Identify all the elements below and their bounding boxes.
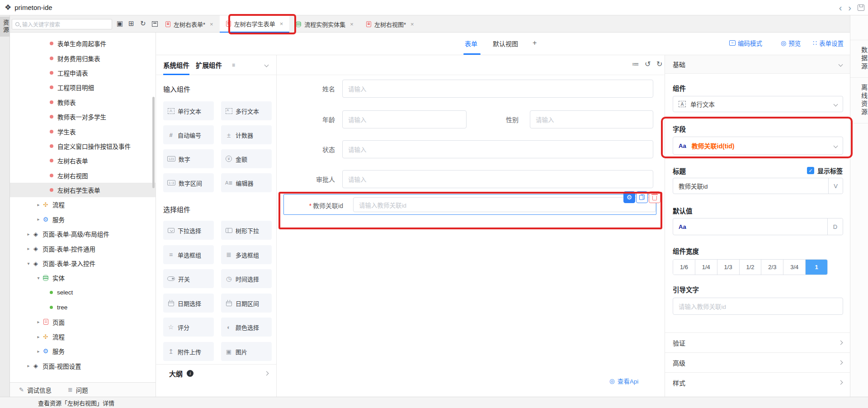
name-input[interactable]: 请输入 xyxy=(342,80,653,98)
palette-component-counter[interactable]: ±计数器 xyxy=(221,125,272,144)
resources-vertical-tab[interactable]: 资源 xyxy=(0,17,10,37)
tree-item[interactable]: 左树右表单 xyxy=(10,153,156,168)
preview-button[interactable]: ◎ 预览 xyxy=(781,38,801,47)
width-option-1[interactable]: 1 xyxy=(806,260,827,275)
collapse-window-icon[interactable] xyxy=(152,21,158,27)
field-delete-button[interactable] xyxy=(649,191,660,203)
document-tab[interactable]: 左树右学生表单× xyxy=(220,15,290,33)
tree-item[interactable]: ▸◈页面-表单-控件通用 xyxy=(10,241,156,256)
width-option-1-6[interactable]: 1/6 xyxy=(673,260,695,275)
undo-icon[interactable]: ↺ xyxy=(645,61,651,68)
tree-item[interactable]: select xyxy=(10,285,156,300)
data-source-vertical-tab[interactable]: 数据源 xyxy=(850,40,868,78)
offline-resources-vertical-tab[interactable]: 离线资源 xyxy=(850,78,868,123)
palette-component-image[interactable]: ▣图片 xyxy=(221,342,272,361)
tree-item[interactable]: 教师表 xyxy=(10,95,156,109)
tab-system-components[interactable]: 系统组件 xyxy=(163,55,189,75)
tree-item[interactable]: ▸⚙服务 xyxy=(10,344,156,358)
tree-item[interactable]: 表单生命周起事件 xyxy=(10,36,156,51)
props-section-validation[interactable]: 验证 xyxy=(665,332,850,352)
palette-component-number-range[interactable]: 1~3数字区间 xyxy=(163,173,214,192)
width-option-1-4[interactable]: 1/4 xyxy=(695,260,717,275)
palette-component-dropdown-select[interactable]: 下拉选择 xyxy=(163,221,214,240)
chevron-right-icon[interactable]: ▸ xyxy=(35,217,42,222)
close-icon[interactable]: × xyxy=(210,21,213,28)
form-settings-button[interactable]: ∷ 表单设置 xyxy=(813,38,844,47)
palette-component-single-line-text[interactable]: A单行文本 xyxy=(163,101,214,120)
age-input[interactable]: 请输入 xyxy=(342,110,467,128)
debug-info-button[interactable]: ✎调试信息 xyxy=(19,385,52,394)
title-input[interactable]: 教师关联id V xyxy=(673,178,843,194)
status-input[interactable]: 请输入 xyxy=(342,140,653,158)
chevron-down-icon[interactable]: ▾ xyxy=(25,261,32,266)
close-icon[interactable]: × xyxy=(350,21,354,28)
close-icon[interactable]: × xyxy=(280,20,283,27)
import-resource-icon[interactable]: ▣ xyxy=(117,20,123,27)
tree-item[interactable]: 左树右学生表单 xyxy=(10,183,156,197)
palette-component-number[interactable]: 123数字 xyxy=(163,149,214,168)
nav-back-icon[interactable]: ‹ xyxy=(839,3,842,12)
chevron-right-icon[interactable]: ▸ xyxy=(35,349,42,354)
props-section-advanced[interactable]: 高级 xyxy=(665,352,850,372)
document-tab[interactable]: 左树右视图*× xyxy=(360,15,420,33)
tab-form[interactable]: 表单 xyxy=(465,39,477,48)
field-select[interactable]: Aa 教师关联id(tid) xyxy=(673,137,843,155)
tree-scrollbar[interactable] xyxy=(152,97,155,188)
palette-component-rate[interactable]: ☆评分 xyxy=(163,318,214,337)
palette-component-radio-group[interactable]: ≡单选框组 xyxy=(163,245,214,264)
chevron-down-icon[interactable]: ▾ xyxy=(35,275,42,280)
tree-item[interactable]: ▸◈页面-视图设置 xyxy=(10,359,156,373)
search-input[interactable]: 输入关键字搜索 xyxy=(12,19,112,29)
field-settings-button[interactable]: ⚙ xyxy=(623,191,635,203)
new-folder-icon[interactable]: ⊞ xyxy=(128,20,134,27)
tree-item[interactable]: tree xyxy=(10,300,156,314)
width-option-1-2[interactable]: 1/2 xyxy=(740,260,762,275)
outline-expand-icon[interactable] xyxy=(264,371,269,376)
chevron-right-icon[interactable]: ▸ xyxy=(35,202,42,207)
props-section-style[interactable]: 样式 xyxy=(665,372,850,392)
refresh-icon[interactable]: ↻ xyxy=(140,20,146,27)
tree-item[interactable]: ▾实体 xyxy=(10,270,156,285)
tree-item[interactable]: ▾◈页面-表单-录入控件 xyxy=(10,256,156,270)
selected-field-container[interactable]: ⚙ *教师关联id 请输入教师关联id xyxy=(283,194,656,215)
document-tab[interactable]: 流程实例实体集× xyxy=(289,15,360,33)
issues-button[interactable]: ≣问题 xyxy=(68,385,88,394)
palette-component-time-picker[interactable]: ◷时间选择 xyxy=(221,269,272,288)
chevron-right-icon[interactable]: ▸ xyxy=(25,232,32,237)
palette-component-auto-number[interactable]: #自动编号 xyxy=(163,125,214,144)
tree-item[interactable]: 工程申请表 xyxy=(10,66,156,80)
field-copy-button[interactable] xyxy=(636,191,648,203)
palette-component-color-picker[interactable]: ◐颜色选择 xyxy=(221,318,272,337)
chevron-right-icon[interactable]: ▸ xyxy=(35,319,42,324)
palette-component-amount[interactable]: ¥金额 xyxy=(221,149,272,168)
tab-default-view[interactable]: 默认视图 xyxy=(493,39,518,48)
tree-item[interactable]: 左树右视图 xyxy=(10,168,156,183)
gender-input[interactable]: 请输入 xyxy=(530,110,653,128)
tree-item[interactable]: 财务费用归集表 xyxy=(10,51,156,65)
code-mode-button[interactable]: ‹› 编码模式 xyxy=(729,38,762,47)
teacher-id-input[interactable]: 请输入教师关联id xyxy=(353,197,656,212)
palette-component-upload[interactable]: ↥附件上传 xyxy=(163,342,214,361)
chevron-right-icon[interactable]: ▸ xyxy=(25,246,32,251)
title-variable-button[interactable]: V xyxy=(828,178,843,194)
tree-item[interactable]: 学生表 xyxy=(10,124,156,138)
palette-component-switch[interactable]: 开关 xyxy=(163,269,214,288)
tree-item[interactable]: ▸✣流程 xyxy=(10,197,156,212)
palette-component-checkbox-group[interactable]: ≣多选框组 xyxy=(221,245,272,264)
save-icon[interactable] xyxy=(858,5,864,11)
close-icon[interactable]: × xyxy=(410,21,414,28)
tree-item[interactable]: ▸◈页面-表单-高级/布局组件 xyxy=(10,227,156,241)
chevron-right-icon[interactable]: ▸ xyxy=(35,334,42,339)
view-api-link[interactable]: ◎ 查看Api xyxy=(609,376,638,385)
palette-component-tree-select[interactable]: 树形下拉 xyxy=(221,221,272,240)
redo-icon[interactable]: ↻ xyxy=(656,61,662,68)
tab-extension-components[interactable]: 扩展组件 xyxy=(196,55,222,75)
tree-item[interactable]: 工程项目明细 xyxy=(10,80,156,95)
palette-component-date-range[interactable]: 日期区间 xyxy=(221,294,272,313)
nav-forward-icon[interactable]: › xyxy=(848,3,851,12)
show-label-checkbox[interactable]: ✓ xyxy=(807,167,814,174)
outline-tool-icon[interactable]: ≔ xyxy=(632,61,639,68)
default-dynamic-button[interactable]: D xyxy=(827,218,843,235)
default-value-input[interactable]: Aa D xyxy=(673,218,843,235)
approver-input[interactable]: 请输入 xyxy=(342,170,653,188)
